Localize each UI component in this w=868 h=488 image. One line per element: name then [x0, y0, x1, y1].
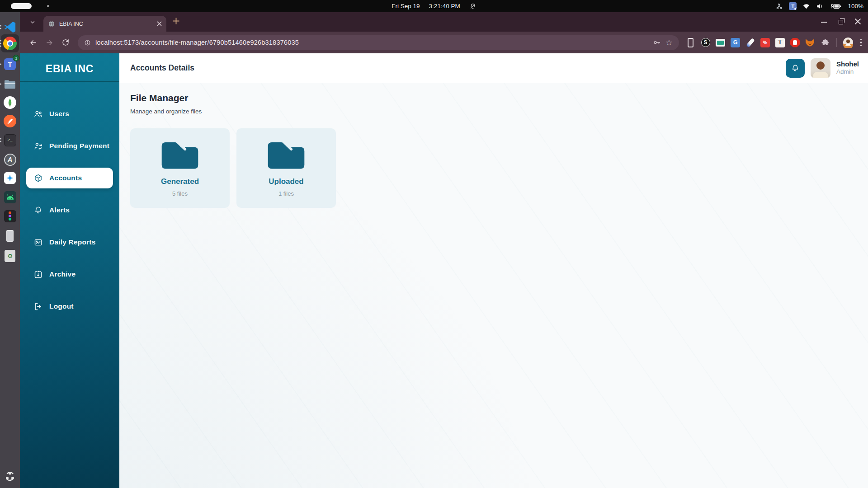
site-info-icon[interactable] — [84, 39, 91, 46]
alerts-icon — [33, 206, 43, 215]
extensions-puzzle-icon[interactable] — [820, 37, 830, 48]
address-bar[interactable]: localhost:5173/accounts/file-manager/679… — [78, 35, 679, 50]
window-close-button[interactable] — [855, 18, 861, 26]
extensions-area: S G % T — [685, 37, 862, 48]
fox-extension-icon[interactable] — [805, 37, 816, 48]
adblock-extension-icon[interactable] — [790, 37, 801, 48]
sidebar-item-logout[interactable]: Logout — [26, 296, 113, 317]
system-time: 3:21:40 PM — [429, 3, 460, 9]
dock-terminal-icon[interactable]: >_ — [3, 133, 17, 147]
dock-trash-icon[interactable]: ♻ — [3, 249, 17, 263]
dock-phone-mirror-icon[interactable] — [3, 229, 17, 243]
bell-icon — [791, 64, 800, 73]
globe-favicon-icon — [48, 20, 55, 28]
red-extension-icon[interactable]: % — [760, 37, 771, 48]
web-page: EBIA INC Users Pending Payment — [20, 53, 868, 488]
main-area: Accounts Details Shohel Admin — [119, 53, 868, 488]
wifi-icon — [802, 3, 810, 9]
logout-icon — [33, 302, 43, 311]
daily-reports-icon — [33, 238, 43, 247]
users-icon — [33, 109, 43, 119]
dnd-bell-icon — [469, 3, 476, 10]
sidebar-item-archive[interactable]: Archive — [26, 264, 113, 285]
phone-extension-icon[interactable] — [685, 37, 696, 48]
dock-chrome-icon[interactable] — [3, 36, 17, 51]
notifications-button[interactable] — [786, 59, 805, 78]
window-restore-button[interactable] — [839, 20, 843, 24]
dock-vscode-icon[interactable] — [3, 20, 17, 34]
scissors-icon — [775, 2, 783, 10]
text-extension-icon[interactable]: T — [775, 37, 786, 48]
system-tray[interactable]: T 100% — [775, 0, 863, 12]
browser-window: EBIA INC — [20, 12, 868, 488]
bookmark-star-icon[interactable]: ☆ — [665, 39, 672, 47]
file-manager-section: File Manager Manage and organize files G… — [119, 83, 868, 208]
new-tab-button[interactable] — [173, 18, 179, 26]
folder-card-generated[interactable]: Generated 5 files — [130, 128, 230, 208]
sidebar-item-pending-payment[interactable]: Pending Payment — [26, 136, 113, 156]
user-role: Admin — [836, 68, 859, 76]
system-bar: Fri Sep 19 3:21:40 PM T — [0, 0, 868, 12]
sidebar-item-accounts[interactable]: Accounts — [26, 168, 113, 188]
sidebar-item-alerts[interactable]: Alerts — [26, 200, 113, 221]
dock-mongodb-icon[interactable] — [3, 95, 17, 110]
folder-icon — [160, 139, 200, 171]
sidebar-item-users[interactable]: Users — [26, 103, 113, 124]
window-minimize-button[interactable] — [821, 22, 827, 23]
tab-close-icon[interactable] — [157, 21, 162, 26]
tab-strip: EBIA INC — [20, 12, 868, 32]
dock: T 3 >_ A — [0, 12, 20, 488]
mail-extension-icon[interactable] — [715, 37, 726, 48]
url-text[interactable]: localhost:5173/accounts/file-manager/679… — [95, 39, 648, 46]
shortkeys-extension-icon[interactable]: S — [700, 37, 711, 48]
folder-count: 1 files — [278, 190, 294, 197]
user-info: Shohel Admin — [836, 60, 859, 76]
section-subtitle: Manage and organize files — [130, 108, 857, 115]
sidebar-item-daily-reports[interactable]: Daily Reports — [26, 232, 113, 253]
user-avatar[interactable] — [811, 58, 830, 78]
folder-card-uploaded[interactable]: Uploaded 1 files — [236, 128, 336, 208]
dock-figma-icon[interactable] — [3, 209, 17, 223]
profile-avatar-icon[interactable] — [843, 37, 854, 48]
colorpicker-extension-icon[interactable] — [745, 37, 756, 48]
folder-count: 5 files — [172, 190, 188, 197]
battery-icon — [830, 3, 842, 10]
folder-icon — [266, 139, 307, 171]
accounts-icon — [33, 174, 43, 183]
battery-percent: 100% — [848, 3, 863, 9]
app-sidebar: EBIA INC Users Pending Payment — [20, 53, 119, 488]
notification-badge: 3 — [13, 55, 19, 61]
forward-button[interactable] — [42, 36, 56, 49]
section-title: File Manager — [130, 93, 857, 103]
folder-name: Generated — [161, 177, 199, 186]
browser-menu-icon[interactable] — [860, 39, 862, 47]
dock-share-icon[interactable] — [3, 469, 17, 483]
back-button[interactable] — [26, 36, 40, 49]
dock-files-icon[interactable] — [3, 77, 17, 91]
dock-postman-icon[interactable] — [3, 114, 17, 128]
tab-search-chevron-icon[interactable] — [26, 16, 39, 28]
dock-android-icon[interactable] — [3, 190, 17, 204]
system-date: Fri Sep 19 — [392, 3, 420, 9]
translate-extension-icon[interactable]: G — [730, 37, 741, 48]
archive-icon — [33, 270, 43, 279]
volume-icon — [816, 3, 824, 10]
folder-name: Uploaded — [269, 177, 303, 186]
reload-button[interactable] — [59, 36, 72, 49]
input-method-icon[interactable]: T — [789, 2, 797, 10]
page-title: Accounts Details — [130, 63, 194, 73]
page-header: Accounts Details Shohel Admin — [119, 53, 868, 83]
password-key-icon[interactable] — [653, 38, 661, 47]
browser-tab[interactable]: EBIA INC — [43, 16, 166, 32]
user-name: Shohel — [836, 60, 859, 69]
tab-title: EBIA INC — [59, 21, 153, 27]
pending-payment-icon — [33, 141, 43, 151]
dock-gray-app-icon[interactable]: A — [3, 152, 17, 167]
brand-title: EBIA INC — [20, 53, 119, 81]
browser-toolbar: localhost:5173/accounts/file-manager/679… — [20, 32, 868, 53]
dock-teams-icon[interactable]: T 3 — [3, 57, 17, 71]
dock-star-app-icon[interactable] — [3, 171, 17, 185]
clock-area[interactable]: Fri Sep 19 3:21:40 PM — [0, 0, 868, 12]
